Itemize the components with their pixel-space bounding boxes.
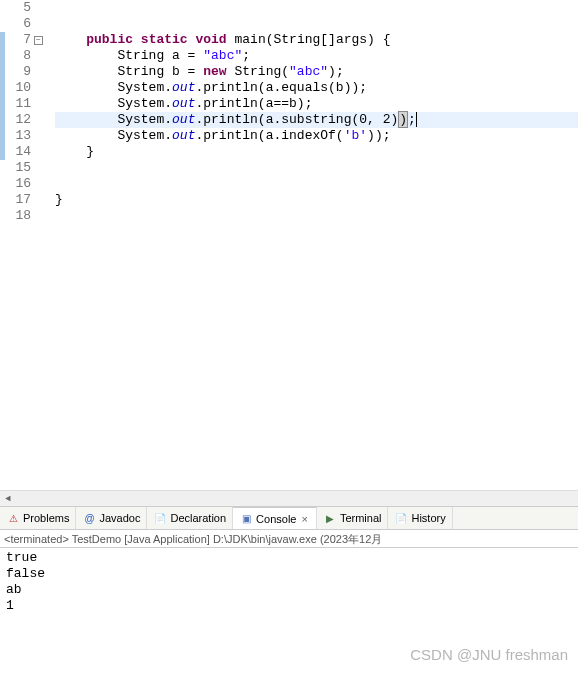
code-token: .println(a.indexOf(: [195, 128, 343, 143]
code-container: 567−89101112131415161718 public static v…: [0, 0, 578, 490]
tab-label: History: [411, 512, 445, 524]
code-line[interactable]: System.out.println(a.substring(0, 2));: [55, 112, 578, 128]
javadoc-icon: @: [82, 511, 96, 525]
code-token: ;: [408, 112, 416, 127]
code-token: ): [398, 111, 408, 128]
code-token: out: [172, 80, 195, 95]
gutter-line: 5: [0, 0, 51, 16]
code-token: .println(a.substring(0, 2): [195, 112, 398, 127]
close-icon[interactable]: ×: [299, 513, 309, 525]
code-body[interactable]: public static void main(String[]args) { …: [51, 0, 578, 490]
tab-label: Console: [256, 513, 296, 525]
tab-declaration[interactable]: 📄Declaration: [147, 507, 233, 529]
line-number: 17: [5, 192, 31, 208]
code-line[interactable]: System.out.println(a.equals(b));: [55, 80, 578, 96]
tab-label: Declaration: [170, 512, 226, 524]
code-token: new: [203, 64, 226, 79]
code-token: String b =: [55, 64, 203, 79]
code-line[interactable]: [55, 160, 578, 176]
terminal-icon: ▶: [323, 511, 337, 525]
horizontal-scrollbar[interactable]: ◄: [0, 490, 578, 506]
tab-javadoc[interactable]: @Javadoc: [76, 507, 147, 529]
code-token: main(String[]args) {: [227, 32, 391, 47]
line-number: 8: [5, 48, 31, 64]
code-token: String(: [227, 64, 289, 79]
console-line: false: [6, 566, 572, 582]
code-token: System.: [55, 128, 172, 143]
code-line[interactable]: [55, 0, 578, 16]
code-line[interactable]: System.out.println(a.indexOf('b'));: [55, 128, 578, 144]
scroll-left-arrow-icon[interactable]: ◄: [0, 491, 16, 507]
tab-terminal[interactable]: ▶Terminal: [317, 507, 389, 529]
code-line[interactable]: public static void main(String[]args) {: [55, 32, 578, 48]
line-number: 18: [5, 208, 31, 224]
console-line: true: [6, 550, 572, 566]
code-token: public: [86, 32, 133, 47]
tab-console[interactable]: ▣Console×: [233, 507, 317, 529]
line-number: 6: [5, 16, 31, 32]
line-number: 5: [5, 0, 31, 16]
code-token: void: [195, 32, 226, 47]
gutter-line: 16: [0, 176, 51, 192]
editor-area: 567−89101112131415161718 public static v…: [0, 0, 578, 506]
line-number: 11: [5, 96, 31, 112]
gutter-line: 8: [0, 48, 51, 64]
watermark: CSDN @JNU freshman: [410, 646, 568, 663]
code-token: System.: [55, 96, 172, 111]
code-line[interactable]: }: [55, 192, 578, 208]
gutter-line: 7−: [0, 32, 51, 48]
gutter-line: 13: [0, 128, 51, 144]
code-token: String a =: [55, 48, 203, 63]
gutter-line: 14: [0, 144, 51, 160]
code-token: static: [141, 32, 188, 47]
code-line[interactable]: [55, 208, 578, 224]
declaration-icon: 📄: [153, 511, 167, 525]
code-token: out: [172, 96, 195, 111]
code-line[interactable]: [55, 16, 578, 32]
tab-label: Terminal: [340, 512, 382, 524]
gutter-line: 18: [0, 208, 51, 224]
code-token: );: [328, 64, 344, 79]
code-token: }: [55, 144, 94, 159]
code-line[interactable]: String a = "abc";: [55, 48, 578, 64]
gutter-line: 9: [0, 64, 51, 80]
line-number: 16: [5, 176, 31, 192]
gutter-line: 10: [0, 80, 51, 96]
gutter-line: 15: [0, 160, 51, 176]
tab-label: Javadoc: [99, 512, 140, 524]
console-output[interactable]: truefalseab1: [0, 548, 578, 616]
code-line[interactable]: [55, 176, 578, 192]
console-line: 1: [6, 598, 572, 614]
tab-label: Problems: [23, 512, 69, 524]
code-token: System.: [55, 112, 172, 127]
code-token: .println(a==b);: [195, 96, 312, 111]
gutter-line: 12: [0, 112, 51, 128]
line-number: 12: [5, 112, 31, 128]
line-number: 10: [5, 80, 31, 96]
tab-problems[interactable]: ⚠Problems: [0, 507, 76, 529]
line-number: 15: [5, 160, 31, 176]
history-icon: 📄: [394, 511, 408, 525]
code-token: ));: [367, 128, 390, 143]
code-token: "abc": [289, 64, 328, 79]
code-line[interactable]: String b = new String("abc");: [55, 64, 578, 80]
tab-history[interactable]: 📄History: [388, 507, 452, 529]
fold-toggle-icon[interactable]: −: [34, 36, 43, 45]
code-token: 'b': [344, 128, 367, 143]
line-number: 14: [5, 144, 31, 160]
line-number: 9: [5, 64, 31, 80]
problems-icon: ⚠: [6, 511, 20, 525]
bottom-tabs-bar: ⚠Problems@Javadoc📄Declaration▣Console×▶T…: [0, 506, 578, 530]
code-token: [55, 32, 86, 47]
gutter: 567−89101112131415161718: [0, 0, 51, 490]
code-token: out: [172, 112, 195, 127]
console-status-line: <terminated> TestDemo [Java Application]…: [0, 530, 578, 548]
code-token: out: [172, 128, 195, 143]
code-token: .println(a.equals(b));: [195, 80, 367, 95]
line-number: 13: [5, 128, 31, 144]
code-line[interactable]: System.out.println(a==b);: [55, 96, 578, 112]
code-line[interactable]: }: [55, 144, 578, 160]
gutter-line: 6: [0, 16, 51, 32]
code-token: [133, 32, 141, 47]
code-token: System.: [55, 80, 172, 95]
